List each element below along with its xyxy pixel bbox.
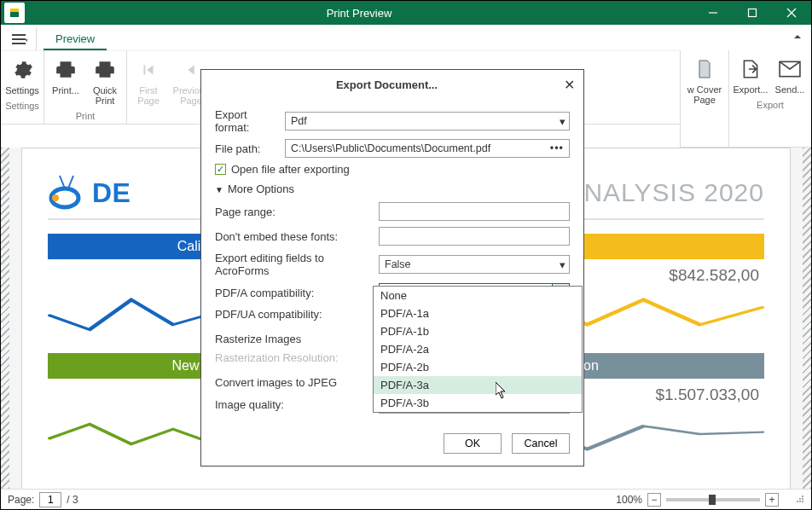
chevron-down-icon: ▾ (560, 115, 566, 128)
svg-point-11 (52, 194, 59, 201)
app-icon (4, 3, 25, 23)
svg-point-16 (802, 498, 803, 500)
send-button[interactable]: Send... (770, 54, 809, 98)
export-format-label: Export format: (215, 108, 278, 134)
quick-print-label: Quick Print (93, 85, 117, 106)
page-label: Page: (8, 494, 34, 506)
status-bar: Page: / 3 100% − + (1, 489, 811, 509)
dont-embed-input[interactable] (379, 227, 570, 246)
zoom-in-button[interactable]: + (765, 493, 779, 507)
zoom-slider[interactable] (666, 498, 760, 501)
export-label: Export... (734, 84, 768, 95)
export-fields-label: Export editing fields to AcroForms (215, 252, 372, 277)
svg-rect-7 (12, 38, 26, 40)
ok-button[interactable]: OK (444, 433, 502, 454)
printer-icon (55, 56, 77, 84)
cover-page-label: w Cover Page (687, 84, 722, 105)
group-settings-label: Settings (3, 99, 42, 113)
export-fields-select[interactable]: False ▾ (379, 255, 570, 274)
file-path-input[interactable]: C:\Users\Public\Documents\Document.pdf •… (285, 139, 570, 158)
tab-preview[interactable]: Preview (44, 28, 107, 50)
svg-line-13 (68, 176, 73, 188)
pdfa-option[interactable]: PDF/A-1b (374, 322, 582, 340)
zoom-value: 100% (616, 494, 642, 506)
export-icon (740, 55, 762, 83)
resize-grip-icon[interactable] (794, 493, 804, 506)
svg-rect-3 (749, 9, 757, 17)
send-label: Send... (775, 84, 805, 95)
title-bar: Print Preview (1, 1, 811, 25)
cancel-button[interactable]: Cancel (512, 433, 570, 454)
checkmark-icon: ✓ (215, 164, 226, 175)
svg-rect-6 (12, 34, 26, 36)
settings-button[interactable]: Settings (3, 55, 42, 99)
report-logo: DE (48, 174, 130, 212)
zoom-out-button[interactable]: − (647, 493, 661, 507)
open-after-label: Open file after exporting (231, 163, 350, 176)
svg-point-17 (797, 501, 798, 502)
dont-embed-label: Don't embed these fonts: (215, 230, 372, 243)
convert-jpeg-label: Convert images to JPEG (215, 376, 372, 389)
cover-page-button[interactable]: w Cover Page (682, 54, 727, 108)
group-export-label: Export (731, 98, 809, 113)
report-title: NALYSIS 2020 (583, 178, 764, 207)
rasterize-label: Rasterize Images (215, 333, 372, 345)
svg-point-14 (802, 496, 803, 497)
page-total: / 3 (67, 494, 78, 506)
file-path-value: C:\Users\Public\Documents\Document.pdf (291, 142, 490, 154)
first-page-label: First Page (137, 85, 160, 106)
gear-icon (11, 56, 33, 84)
settings-label: Settings (5, 85, 39, 96)
browse-button[interactable]: ••• (550, 142, 564, 154)
first-page-icon (139, 56, 158, 84)
pdfa-option[interactable]: PDF/A-2b (374, 358, 582, 376)
previous-page-icon (182, 56, 200, 84)
svg-point-18 (799, 501, 801, 502)
svg-rect-8 (12, 43, 26, 44)
pdfa-option[interactable]: PDF/A-2a (374, 340, 582, 358)
envelope-icon (779, 55, 801, 83)
quick-print-icon (94, 56, 116, 84)
file-menu-button[interactable] (4, 27, 37, 50)
more-options-toggle[interactable]: More Options (215, 183, 570, 195)
close-button[interactable] (772, 1, 811, 25)
maximize-button[interactable] (733, 1, 772, 25)
logo-text: DE (92, 177, 130, 209)
minimize-button[interactable] (693, 1, 733, 25)
svg-point-19 (802, 501, 803, 502)
export-fields-value: False (385, 258, 411, 270)
window-title: Print Preview (25, 7, 693, 20)
pdfa-option[interactable]: PDF/A-3b (374, 394, 582, 412)
print-label: Print... (52, 85, 79, 96)
svg-point-15 (799, 498, 801, 500)
pdfa-label: PDF/A compatibility: (215, 287, 372, 299)
page-range-input[interactable] (379, 202, 570, 221)
pdfa-option[interactable]: None (374, 287, 582, 304)
quick-print-button[interactable]: Quick Print (85, 55, 125, 109)
raster-res-label: Rasterization Resolution: (215, 351, 372, 364)
page-number-input[interactable] (39, 492, 61, 507)
pdfua-label: PDF/UA compatibility: (215, 308, 372, 321)
page-range-label: Page range: (215, 206, 372, 218)
print-button[interactable]: Print... (46, 55, 85, 109)
export-button[interactable]: Export... (731, 54, 770, 98)
first-page-button: First Page (129, 55, 168, 109)
open-after-export-checkbox[interactable]: ✓ Open file after exporting (215, 163, 570, 176)
cover-page-icon (694, 55, 715, 83)
pdfa-dropdown-list[interactable]: NonePDF/A-1aPDF/A-1bPDF/A-2aPDF/A-2bPDF/… (373, 286, 583, 413)
dialog-close-button[interactable]: ✕ (564, 77, 575, 93)
export-format-select[interactable]: Pdf ▾ (285, 112, 570, 130)
chevron-down-icon: ▾ (560, 258, 566, 271)
pdfa-option[interactable]: PDF/A-1a (374, 304, 582, 322)
pdfa-option[interactable]: PDF/A-3a (374, 376, 582, 394)
image-quality-label: Image quality: (215, 398, 372, 411)
collapse-ribbon-button[interactable] (792, 30, 803, 45)
file-path-label: File path: (215, 142, 278, 155)
group-print-label: Print (46, 109, 125, 124)
export-format-value: Pdf (291, 115, 307, 127)
svg-rect-1 (10, 9, 19, 12)
dialog-title: Export Document... (210, 78, 564, 91)
